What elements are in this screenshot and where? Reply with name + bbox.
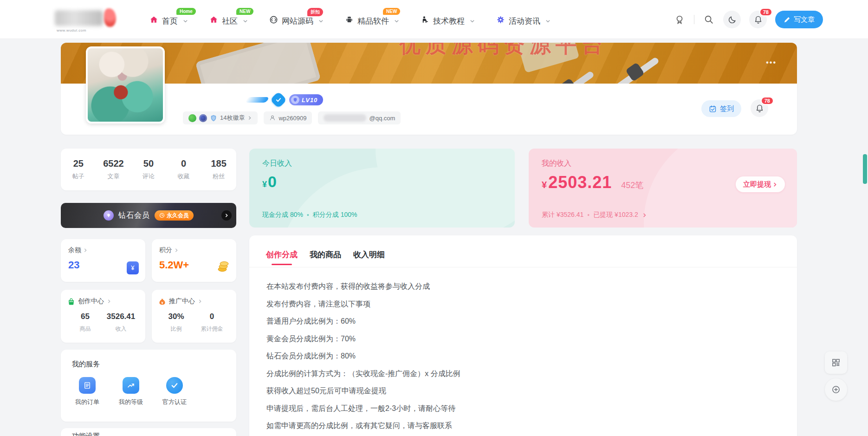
user-stats-card: 25帖子 6522文章 50评论 0收藏 185粉丝 bbox=[61, 149, 236, 190]
services-card: 我的服务 我的订单 我的等级 官方认证 bbox=[61, 350, 236, 422]
balance-title: 余额 bbox=[68, 246, 81, 254]
creator-center-card[interactable]: 创作中心 65商品 3526.41收入 bbox=[61, 290, 145, 343]
username-pill[interactable]: wp260909 bbox=[264, 111, 312, 124]
chevron-right-icon bbox=[224, 213, 229, 218]
search-icon[interactable] bbox=[703, 13, 715, 26]
service-label: 我的订单 bbox=[72, 398, 103, 406]
stat-label: 商品 bbox=[67, 325, 103, 333]
membership-tag: 永久会员 bbox=[155, 210, 194, 221]
nav-item-software[interactable]: 精品软件 NEW bbox=[345, 13, 399, 26]
bell-icon bbox=[755, 104, 764, 113]
services-row: 我的订单 我的等级 官方认证 bbox=[72, 377, 225, 406]
profile-notification-count: 78 bbox=[761, 97, 774, 105]
revenue-rules-list: 在本站发布付费内容，获得的收益将参与收入分成 发布付费内容，请注意以下事项 普通… bbox=[249, 267, 797, 436]
user-icon bbox=[269, 115, 276, 121]
profile-notifications-button[interactable]: 78 bbox=[751, 99, 768, 117]
medal-icon[interactable] bbox=[674, 13, 686, 26]
badges-pill[interactable]: 14枚徽章 bbox=[183, 111, 258, 124]
service-my-level[interactable]: 我的等级 bbox=[116, 377, 146, 406]
nav-item-source-code[interactable]: 网站源码 折扣 bbox=[269, 13, 324, 26]
membership-tag-label: 永久会员 bbox=[167, 212, 189, 220]
points-card[interactable]: 积分 5.2W+ bbox=[152, 239, 236, 282]
stat-value: 6522 bbox=[96, 158, 131, 169]
badge-mini-icon bbox=[199, 114, 207, 122]
tab-label: 创作分成 bbox=[266, 250, 298, 259]
logo-image bbox=[55, 10, 103, 26]
verified-badge-icon bbox=[270, 91, 287, 109]
income-total-label: 累计 ¥3526.41 bbox=[542, 211, 583, 219]
tabs: 创作分成 我的商品 收入明细 bbox=[249, 235, 797, 265]
promo-center-header: 推广中心 bbox=[158, 297, 230, 306]
stat-followers[interactable]: 185粉丝 bbox=[201, 158, 236, 181]
stat-posts[interactable]: 25帖子 bbox=[61, 158, 96, 181]
shield-icon bbox=[291, 96, 299, 104]
community-icon bbox=[209, 15, 218, 26]
amount-value: 0 bbox=[268, 173, 277, 190]
add-button[interactable] bbox=[825, 378, 847, 401]
nav-community-badge: NEW bbox=[236, 8, 253, 15]
stat-articles[interactable]: 6522文章 bbox=[96, 158, 131, 181]
tab-label: 收入明细 bbox=[353, 250, 385, 259]
dark-mode-toggle[interactable] bbox=[723, 11, 741, 28]
chevron-down-icon bbox=[183, 19, 188, 24]
settings-card-title: 功能设置 bbox=[72, 432, 225, 436]
chevron-right-icon bbox=[107, 299, 111, 304]
my-income-amount: ¥ 2503.21 452笔 bbox=[542, 173, 643, 192]
scrollbar-thumb[interactable] bbox=[863, 154, 867, 184]
promo-center-card[interactable]: 推广中心 30%比例 0累计佣金 bbox=[152, 290, 236, 343]
stat-label: 帖子 bbox=[61, 172, 96, 181]
my-income-footer[interactable]: 累计 ¥3526.41 • 已提现 ¥1023.2 bbox=[542, 211, 647, 219]
nav-item-label: 社区 bbox=[222, 16, 238, 26]
diamond-icon bbox=[104, 210, 114, 221]
nav-item-tutorials[interactable]: 技术教程 bbox=[421, 13, 475, 26]
email-pill[interactable]: @qq.com bbox=[318, 111, 401, 124]
profile-banner: 优质源码资源平台 ••• bbox=[61, 43, 797, 84]
stat-comments[interactable]: 50评论 bbox=[131, 158, 166, 181]
my-income-card: 我的收入 ¥ 2503.21 452笔 立即提现 累计 ¥3526.41 • 已… bbox=[529, 149, 797, 228]
service-my-orders[interactable]: 我的订单 bbox=[72, 377, 103, 406]
certified-icon bbox=[166, 377, 183, 394]
nav-home-badge: Home bbox=[176, 8, 196, 15]
chevron-down-icon bbox=[394, 19, 399, 24]
stat-favorites[interactable]: 0收藏 bbox=[166, 158, 201, 181]
tab-income-details[interactable]: 收入明细 bbox=[353, 249, 385, 265]
profile-card: LV10 14枚徽章 wp260909 @qq.com 签到 bbox=[61, 84, 797, 135]
tab-creation-share[interactable]: 创作分成 bbox=[266, 249, 298, 265]
notifications-button[interactable]: 78 bbox=[749, 11, 767, 28]
nav-item-community[interactable]: 社区 NEW bbox=[209, 13, 248, 26]
checkin-button[interactable]: 签到 bbox=[701, 100, 741, 117]
membership-card[interactable]: 钻石会员 永久会员 bbox=[61, 203, 236, 228]
level-badge[interactable]: LV10 bbox=[289, 94, 323, 105]
tab-my-products[interactable]: 我的商品 bbox=[310, 249, 341, 265]
banner-more-button[interactable]: ••• bbox=[766, 59, 777, 67]
creator-stat-products: 65商品 bbox=[67, 312, 103, 333]
money-bag-icon bbox=[158, 298, 166, 306]
service-official-cert[interactable]: 官方认证 bbox=[159, 377, 190, 406]
chevron-right-icon bbox=[772, 182, 777, 187]
swoosh-decor bbox=[245, 97, 270, 103]
profile-pills: 14枚徽章 wp260909 @qq.com bbox=[183, 111, 401, 124]
today-income-footer: 现金分成 80% • 积分分成 100% bbox=[262, 211, 357, 219]
withdraw-button[interactable]: 立即提现 bbox=[736, 176, 785, 192]
site-logo[interactable]: www.wudul.com bbox=[55, 7, 124, 32]
avatar[interactable] bbox=[86, 46, 165, 124]
amount-value: 2503.21 bbox=[548, 173, 612, 192]
nav-item-activities[interactable]: 活动资讯 bbox=[496, 13, 551, 26]
balance-card[interactable]: 余额 23 bbox=[61, 239, 145, 282]
nav-source-badge: 折扣 bbox=[307, 8, 323, 16]
nav-item-home[interactable]: 首页 Home bbox=[149, 13, 188, 26]
membership-arrow-button[interactable] bbox=[221, 210, 232, 221]
notification-count-badge: 78 bbox=[759, 8, 772, 16]
chevron-right-icon bbox=[642, 213, 647, 218]
services-title: 我的服务 bbox=[72, 360, 225, 369]
creator-stat-income: 3526.41收入 bbox=[103, 312, 139, 333]
active-tab-underline bbox=[272, 264, 292, 265]
clock-icon bbox=[159, 213, 165, 218]
nav-item-label: 首页 bbox=[162, 16, 178, 26]
qr-code-button[interactable] bbox=[825, 351, 847, 374]
service-label: 官方认证 bbox=[159, 398, 190, 406]
stat-label: 累计佣金 bbox=[194, 325, 230, 333]
write-article-button[interactable]: 写文章 bbox=[775, 11, 823, 28]
chevron-down-icon bbox=[318, 19, 324, 24]
withdraw-label: 立即提现 bbox=[743, 180, 771, 189]
